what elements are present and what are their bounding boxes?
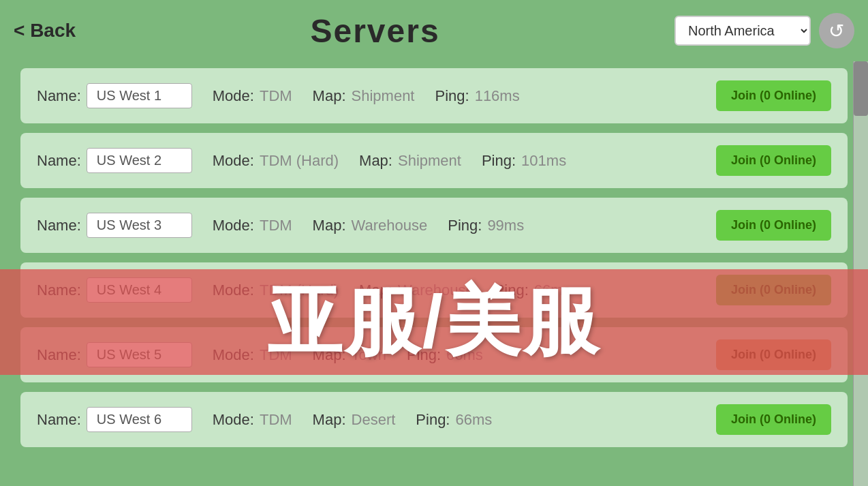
- server-row: Name: US West 1 Mode: TDM Map: Shipment …: [20, 68, 848, 123]
- mode-value-6: TDM: [260, 411, 292, 429]
- name-field-3: Name: US West 3: [37, 213, 192, 238]
- join-button-1[interactable]: Join (0 Online): [716, 80, 831, 111]
- ping-value-3: 99ms: [487, 217, 524, 234]
- ping-field-6: Ping: 66ms: [416, 411, 492, 429]
- map-label-2: Map:: [359, 152, 392, 170]
- ping-label-2: Ping:: [482, 152, 516, 170]
- name-value-6: US West 6: [87, 407, 192, 432]
- join-button-3[interactable]: Join (0 Online): [716, 210, 831, 241]
- join-button-6[interactable]: Join (0 Online): [716, 404, 831, 435]
- map-value-3: Warehouse: [352, 217, 428, 234]
- refresh-icon: ↺: [828, 20, 844, 42]
- ping-field-1: Ping: 116ms: [435, 87, 519, 105]
- region-select[interactable]: North America Europe Asia: [675, 16, 811, 46]
- ping-label-6: Ping:: [416, 411, 450, 429]
- mode-field-1: Mode: TDM: [213, 87, 292, 105]
- name-label-2: Name:: [37, 152, 81, 170]
- ping-field-3: Ping: 99ms: [448, 217, 524, 234]
- name-value-3: US West 3: [87, 213, 192, 238]
- name-value-1: US West 1: [87, 83, 192, 108]
- overlay-banner: 亚服/美服: [0, 269, 868, 375]
- overlay-text: 亚服/美服: [267, 271, 602, 373]
- map-label-6: Map:: [313, 411, 346, 429]
- mode-field-2: Mode: TDM (Hard): [213, 152, 339, 170]
- mode-field-6: Mode: TDM: [213, 411, 292, 429]
- map-field-3: Map: Warehouse: [313, 217, 428, 234]
- mode-field-3: Mode: TDM: [213, 217, 292, 234]
- mode-value-3: TDM: [260, 217, 292, 234]
- name-field-1: Name: US West 1: [37, 83, 192, 108]
- map-field-1: Map: Shipment: [313, 87, 415, 105]
- name-value-2: US West 2: [87, 148, 192, 173]
- map-value-6: Desert: [352, 411, 396, 429]
- page-title: Servers: [310, 12, 439, 50]
- map-value-1: Shipment: [352, 87, 415, 105]
- refresh-button[interactable]: ↺: [819, 13, 854, 48]
- name-field-2: Name: US West 2: [37, 148, 192, 173]
- server-list: Name: US West 1 Mode: TDM Map: Shipment …: [0, 61, 868, 454]
- mode-label-1: Mode:: [213, 87, 254, 105]
- ping-value-2: 101ms: [521, 152, 566, 170]
- mode-label-6: Mode:: [213, 411, 254, 429]
- header-controls: North America Europe Asia ↺: [675, 13, 854, 48]
- join-button-2[interactable]: Join (0 Online): [716, 145, 831, 176]
- name-label-1: Name:: [37, 87, 81, 105]
- header: < Back Servers North America Europe Asia…: [0, 0, 868, 61]
- mode-value-1: TDM: [260, 87, 292, 105]
- ping-label-3: Ping:: [448, 217, 482, 234]
- map-value-2: Shipment: [398, 152, 461, 170]
- server-row: Name: US West 6 Mode: TDM Map: Desert Pi…: [20, 392, 848, 447]
- scrollbar-thumb[interactable]: [854, 61, 868, 116]
- map-label-3: Map:: [313, 217, 346, 234]
- name-field-6: Name: US West 6: [37, 407, 192, 432]
- name-label-6: Name:: [37, 411, 81, 429]
- map-field-2: Map: Shipment: [359, 152, 461, 170]
- map-field-6: Map: Desert: [313, 411, 396, 429]
- mode-label-2: Mode:: [213, 152, 254, 170]
- mode-label-3: Mode:: [213, 217, 254, 234]
- name-label-3: Name:: [37, 217, 81, 234]
- ping-field-2: Ping: 101ms: [482, 152, 566, 170]
- map-label-1: Map:: [313, 87, 346, 105]
- mode-value-2: TDM (Hard): [260, 152, 339, 170]
- ping-label-1: Ping:: [435, 87, 469, 105]
- server-row: Name: US West 2 Mode: TDM (Hard) Map: Sh…: [20, 133, 848, 188]
- server-row: Name: US West 3 Mode: TDM Map: Warehouse…: [20, 198, 848, 253]
- back-button[interactable]: < Back: [14, 20, 76, 42]
- ping-value-1: 116ms: [475, 87, 520, 105]
- ping-value-6: 66ms: [455, 411, 492, 429]
